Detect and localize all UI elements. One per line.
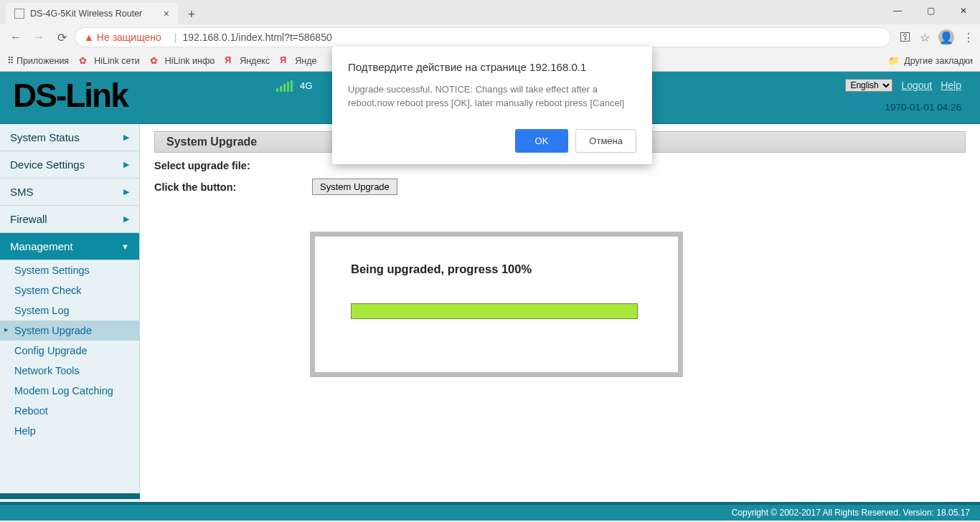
addr-right-icons: ⚿ ☆ 👤 ⋮	[900, 29, 974, 45]
progress-inner: Being upgraded, progress 100%	[315, 237, 678, 372]
back-button[interactable]: ←	[6, 27, 26, 47]
url-text: 192.168.0.1/index.html?t=586850	[183, 32, 332, 43]
sidebar: System Status▶ Device Settings▶ SMS▶ Fir…	[0, 124, 140, 521]
address-bar[interactable]: ▲ Не защищено | 192.168.0.1/index.html?t…	[75, 27, 891, 47]
other-bookmarks-label: Другие закладки	[904, 56, 973, 66]
ok-button[interactable]: OK	[515, 129, 569, 153]
bookmark-item[interactable]: ✿ HiLink инфо	[150, 55, 215, 67]
dialog-buttons: OK Отмена	[348, 129, 636, 153]
sidebar-bottom-strip	[0, 493, 140, 499]
sidebar-item-device-settings[interactable]: Device Settings▶	[0, 151, 139, 179]
tab-title: DS-4G-5Kit Wireless Router	[30, 9, 142, 19]
top-links: English Logout Help	[845, 79, 961, 92]
bookmark-label: HiLink инфо	[165, 56, 215, 66]
select-file-label: Select upgrade file:	[154, 160, 312, 171]
subitem-system-check[interactable]: System Check	[0, 280, 139, 300]
insecure-warning: ▲ Не защищено	[84, 32, 161, 43]
sidebar-item-management[interactable]: Management▼	[0, 233, 139, 260]
dialog-title: Подтвердите действие на странице 192.168…	[348, 61, 636, 73]
subitem-help[interactable]: Help	[0, 421, 139, 441]
insecure-label: Не защищено	[97, 32, 161, 43]
bookmark-item[interactable]: Я Янде	[280, 55, 316, 67]
apps-icon: ⠿	[7, 55, 13, 66]
footer-text: Copyright © 2002-2017 All Rights Reserve…	[732, 508, 970, 518]
wireless-mode: 4G	[300, 80, 312, 91]
bookmark-label: Яндекс	[240, 56, 270, 66]
apps-label: Приложения	[17, 56, 69, 66]
logo: DS-Link	[13, 76, 128, 115]
bookmark-label: HiLink сети	[94, 56, 140, 66]
chevron-right-icon: ▶	[123, 187, 129, 196]
dialog-body: Upgrade successful, NOTICE: Changs will …	[348, 83, 636, 110]
confirm-dialog: Подтвердите действие на странице 192.168…	[332, 47, 652, 164]
new-tab-button[interactable]: +	[182, 5, 201, 24]
sidebar-label: SMS	[10, 186, 34, 198]
click-button-row: Click the button: System Upgrade	[154, 179, 966, 195]
sidebar-label: Device Settings	[10, 158, 85, 171]
subitem-system-settings[interactable]: System Settings	[0, 260, 139, 280]
star-icon[interactable]: ☆	[920, 31, 930, 44]
sidebar-label: Firewall	[10, 213, 47, 225]
other-bookmarks[interactable]: 📁 Другие закладки	[888, 55, 973, 66]
sidebar-item-sms[interactable]: SMS▶	[0, 179, 139, 206]
subitem-reboot[interactable]: Reboot	[0, 401, 139, 421]
subitem-modem-log-catching[interactable]: Modem Log Catching	[0, 381, 139, 401]
bookmark-item[interactable]: Я Яндекс	[225, 55, 270, 67]
chevron-right-icon: ▶	[123, 133, 129, 142]
help-link[interactable]: Help	[941, 80, 961, 91]
sidebar-item-firewall[interactable]: Firewall▶	[0, 206, 139, 233]
progress-bar	[351, 303, 638, 319]
chevron-right-icon: ▶	[123, 160, 129, 169]
separator: |	[174, 32, 177, 43]
warning-icon: ▲	[84, 32, 94, 43]
menu-icon[interactable]: ⋮	[963, 31, 974, 44]
apps-button[interactable]: ⠿ Приложения	[7, 55, 69, 66]
subitem-config-upgrade[interactable]: Config Upgrade	[0, 341, 139, 361]
minimize-button[interactable]: ―	[881, 0, 914, 22]
maximize-button[interactable]: ▢	[914, 0, 947, 22]
subitem-network-tools[interactable]: Network Tools	[0, 361, 139, 381]
huawei-icon: ✿	[79, 55, 90, 67]
reload-button[interactable]: ⟳	[52, 27, 72, 47]
forward-button[interactable]: →	[29, 27, 49, 47]
browser-tab[interactable]: DS-4G-5Kit Wireless Router ×	[6, 3, 178, 24]
subitem-system-upgrade[interactable]: System Upgrade	[0, 321, 139, 341]
yandex-icon: Я	[225, 55, 236, 67]
key-icon[interactable]: ⚿	[900, 31, 911, 44]
sidebar-item-system-status[interactable]: System Status▶	[0, 124, 139, 151]
datetime: 1970-01-01 04:26	[885, 102, 961, 113]
logout-link[interactable]: Logout	[901, 80, 932, 91]
bookmark-label: Янде	[295, 56, 316, 66]
language-select[interactable]: English	[845, 79, 892, 92]
folder-icon: 📁	[888, 55, 900, 66]
system-upgrade-button[interactable]: System Upgrade	[312, 179, 397, 195]
footer: Copyright © 2002-2017 All Rights Reserve…	[0, 502, 980, 521]
tab-row: DS-4G-5Kit Wireless Router × + ― ▢ ✕	[0, 0, 980, 24]
close-window-button[interactable]: ✕	[947, 0, 980, 22]
progress-modal: Being upgraded, progress 100%	[310, 232, 683, 377]
progress-text: Being upgraded, progress 100%	[351, 262, 642, 276]
sidebar-label: Management	[10, 240, 73, 252]
chevron-down-icon: ▼	[121, 242, 129, 251]
subitem-system-log[interactable]: System Log	[0, 300, 139, 321]
tab-close-icon[interactable]: ×	[164, 8, 169, 19]
window-controls: ― ▢ ✕	[881, 0, 980, 22]
yandex-icon: Я	[280, 55, 291, 67]
sidebar-subitems: System Settings System Check System Log …	[0, 260, 139, 441]
huawei-icon: ✿	[150, 55, 161, 67]
signal-icon	[276, 80, 293, 92]
sidebar-label: System Status	[10, 131, 80, 143]
profile-icon[interactable]: 👤	[938, 29, 954, 45]
chevron-right-icon: ▶	[123, 214, 129, 224]
bookmark-item[interactable]: ✿ HiLink сети	[79, 55, 140, 67]
cancel-button[interactable]: Отмена	[575, 129, 636, 153]
click-button-label: Click the button:	[154, 181, 312, 193]
page-icon	[14, 9, 24, 19]
